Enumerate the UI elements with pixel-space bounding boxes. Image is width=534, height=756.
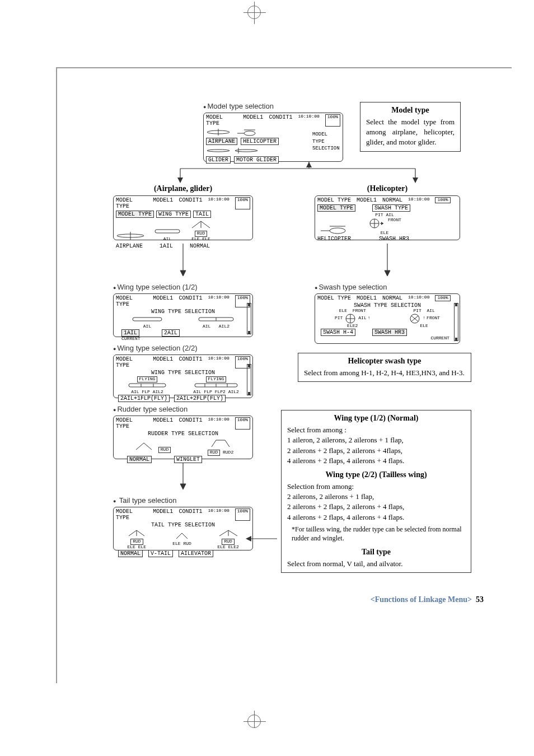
screen-batt: 100% <box>325 114 340 127</box>
swash-h4-icon <box>344 314 357 324</box>
info-body: Select from among H-1, H-2, H-4, HE3,HN3… <box>304 368 465 378</box>
svg-marker-52 <box>246 536 251 542</box>
helicopter-icon <box>317 223 351 236</box>
label: MODEL <box>312 131 340 138</box>
flow-arrows-icon <box>102 162 494 184</box>
screen-title: MODEL TYPE <box>206 114 237 127</box>
2ail-button[interactable]: 2AIL <box>162 329 180 337</box>
tail-ailevator-icon <box>216 528 241 537</box>
subtitle: WING TYPE SELECTION <box>116 309 250 315</box>
svg-marker-42 <box>381 222 383 225</box>
swash-hr3-button[interactable]: SWASH HR3 <box>372 329 407 336</box>
tail-ailevator-button[interactable]: AILEVATOR <box>179 550 213 557</box>
airplane-glider-heading: (Airplane, glider) <box>113 184 253 193</box>
scrollbar-icon[interactable] <box>454 303 458 341</box>
wing-1ail-icon <box>130 316 164 323</box>
info-title: Model type <box>366 106 455 115</box>
tail-normal-icon <box>125 528 148 537</box>
wing-type-22-heading: Wing type selection (2/2) <box>113 344 253 352</box>
registration-mark-icon <box>247 6 261 19</box>
page-footer: <Functions of Linkage Menu> 53 <box>68 595 500 604</box>
wing-type-22-screen: MODEL TYPE MODEL1 CONDIT1 10:10:00 100% … <box>113 354 253 398</box>
winglet-button[interactable]: WINGLET <box>174 456 202 463</box>
svg-point-2 <box>244 131 255 136</box>
wing-type-12-heading: Wing type selection (1/2) <box>113 283 253 291</box>
info-title: Wing type (2/2) (Tailless wing) <box>287 470 465 479</box>
screen-cond: CONDIT1 <box>269 114 292 127</box>
value: NORMAL <box>190 243 210 249</box>
wing-icon <box>153 227 182 235</box>
wing-tail-info: Wing type (1/2) (Normal) Select from amo… <box>281 410 471 573</box>
footer-page-number: 53 <box>476 595 484 604</box>
subtitle: SWASH TYPE SELECTION <box>317 302 457 309</box>
label: SELECTION <box>312 145 340 152</box>
model-type-heading: Model type selection <box>203 102 343 110</box>
model-type-tab[interactable]: MODEL TYPE <box>317 204 355 212</box>
helicopter-icon <box>234 128 259 137</box>
wing-fly2-icon <box>194 382 238 388</box>
heli-swash-info: Helicopter swash type Select from among … <box>298 353 471 382</box>
value: AIRPLANE <box>116 243 143 249</box>
arrow-down-icon <box>382 244 393 277</box>
wing-fly-icon <box>128 382 167 388</box>
value: 1AIL <box>160 243 173 249</box>
info-body: Select the model type from among airplan… <box>366 117 455 148</box>
tail-vtail-icon <box>171 531 193 540</box>
subtitle: RUDDER TYPE SELECTION <box>116 431 250 437</box>
glider-icon <box>206 146 231 155</box>
info-title: Tail type <box>287 548 465 557</box>
tail-tab[interactable]: TAIL <box>193 211 211 218</box>
svg-marker-32 <box>180 484 186 489</box>
svg-rect-21 <box>133 318 162 321</box>
svg-marker-13 <box>413 178 418 183</box>
svg-marker-11 <box>177 178 183 183</box>
screen-time: 10:10:00 <box>298 114 319 127</box>
2ail1flp-button[interactable]: 2AIL+1FLP(FLY) <box>118 395 170 402</box>
swash-type-screen: MODEL TYPE MODEL1 NORMAL 10:10:00 100% S… <box>315 293 460 344</box>
tail-normal-button[interactable]: NORMAL <box>118 550 143 557</box>
footer-section: <Functions of Linkage Menu> <box>371 595 472 604</box>
scrollbar-icon[interactable] <box>247 364 251 395</box>
rudder-type-screen: MODEL TYPE MODEL1 CONDIT1 10:10:00 100% … <box>113 416 253 459</box>
swash-type-tab[interactable]: SWASH TYPE <box>372 204 410 212</box>
subtitle: WING TYPE SELECTION <box>116 370 250 376</box>
svg-rect-24 <box>129 384 166 387</box>
svg-point-35 <box>330 228 345 234</box>
airplane-button[interactable]: AIRPLANE <box>206 138 237 145</box>
svg-marker-14 <box>306 162 312 167</box>
tail-icon <box>190 219 212 229</box>
swash-h4-button[interactable]: SWASH H-4 <box>321 329 355 336</box>
arrow-left-icon <box>245 533 278 544</box>
svg-marker-20 <box>180 270 186 276</box>
rudder-normal-icon <box>133 440 155 451</box>
1ail-button[interactable]: 1AIL <box>121 329 139 337</box>
wing-2ail-icon <box>196 316 236 323</box>
wing-type-12-screen: MODEL TYPE MODEL1 CONDIT1 10:10:00 100% … <box>113 293 253 337</box>
motor-glider-icon <box>234 146 259 155</box>
scrollbar-icon[interactable] <box>247 303 251 334</box>
subtitle: TAIL TYPE SELECTION <box>116 522 250 528</box>
value: SWASH HR3 <box>379 236 409 242</box>
helicopter-button[interactable]: HELICOPTER <box>241 138 279 145</box>
info-title: Helicopter swash type <box>304 357 465 366</box>
airplane-icon <box>206 128 231 137</box>
helicopter-heading: (Helicopter) <box>315 184 460 193</box>
airplane-icon <box>116 230 145 242</box>
heli-overview-screen: MODEL TYPE MODEL1 NORMAL 10:10:00 100% M… <box>315 195 460 240</box>
swash-icon <box>368 218 385 229</box>
swash-hr3-icon <box>408 314 421 324</box>
normal-button[interactable]: NORMAL <box>127 456 152 463</box>
airplane-overview-screen: MODEL TYPE MODEL1 CONDIT1 10:10:00 100% … <box>113 195 253 240</box>
arrow-down-icon <box>177 463 189 491</box>
model-type-tab[interactable]: MODEL TYPE <box>116 211 154 218</box>
wing-type-tab[interactable]: WING TYPE <box>156 211 191 218</box>
swash-type-heading: Swash type selection <box>315 283 460 291</box>
tail-type-heading: Tail type selection <box>113 496 253 505</box>
model-type-info: Model type Select the model type from am… <box>360 102 461 152</box>
svg-rect-17 <box>155 230 180 233</box>
tail-vtail-button[interactable]: V-TAIL <box>148 550 173 557</box>
value: HELICOPTER <box>317 236 351 242</box>
2ail2flp-button[interactable]: 2AIL+2FLP(FLY) <box>174 395 226 402</box>
page-content: Model type selection MODEL TYPE MODEL1 C… <box>56 67 512 683</box>
screen-model: MODEL1 <box>243 114 263 127</box>
